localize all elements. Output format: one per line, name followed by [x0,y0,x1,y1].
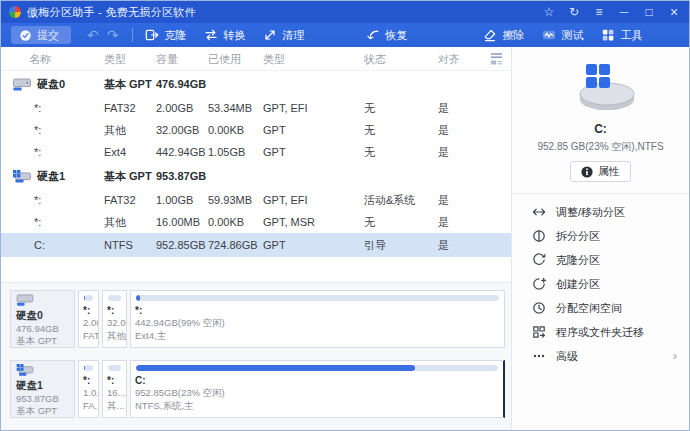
disk-map-capacity: 953.87GB [16,393,69,405]
cell-scheme: GPT, MSR [263,216,364,228]
table-row-partition[interactable]: *: FAT32 2.00GB 53.34MB GPT, EFI 无 是 [1,97,511,119]
disk1-partition-2[interactable]: *: 16... 其... [102,360,127,418]
info-icon [581,166,593,178]
disk0-label[interactable]: 硬盘0 476.94GB 基本 GPT [10,290,75,348]
usage-bar [108,295,121,301]
table-row-c-drive-selected[interactable]: C: NTFS 952.85GB 724.86GB GPT 引导 是 [1,233,511,257]
cell-capacity: 953.87GB [156,170,208,182]
hard-drive-icon [13,78,31,91]
disk0-map-row: 硬盘0 476.94GB 基本 GPT *: 2.00... FAT... *:… [10,290,505,348]
system-drive-icon [16,364,34,376]
table-row-partition[interactable]: *: FAT32 1.00GB 59.93MB GPT, EFI 活动&系统 是 [1,189,511,211]
cell-status: 无 [364,215,438,230]
action-sidebar: C: 952.85 GB(23% 空闲),NTFS 属性 调整/移动分区 拆分分… [512,47,689,430]
header-fs-type[interactable]: 类型 [104,52,156,67]
maximize-button[interactable]: □ [642,6,656,18]
clean-icon [263,28,277,42]
header-status[interactable]: 状态 [364,52,438,67]
usage-bar [84,295,93,301]
menu-item-clone-partition[interactable]: 克隆分区 [532,248,689,272]
erase-button[interactable]: 擦除 [483,28,524,43]
header-used[interactable]: 已使用 [208,52,263,67]
undo-icon[interactable]: ↶ [87,27,99,43]
minimize-button[interactable]: ─ [617,6,631,18]
close-button[interactable]: × [667,5,681,19]
table-row-partition[interactable]: *: Ext4 442.94GB 1.05GB GPT 无 是 [1,141,511,163]
cell-status: 无 [364,123,438,138]
menu-item-split-partition[interactable]: 拆分分区 [532,224,689,248]
disk1-partition-1[interactable]: *: 1.0... FA... [78,360,99,418]
disk-name: 硬盘0 [37,77,65,92]
menu-icon[interactable]: ≡ [592,6,606,18]
cell-used: 724.86GB [208,239,263,251]
disk0-partition-3[interactable]: *: 442.94GB(99% 空闲) Ext4,主 [130,290,505,348]
table-row-partition[interactable]: *: 其他 16.00MB 0.00KB GPT, MSR 无 是 [1,211,511,233]
star-icon[interactable]: ☆ [542,6,556,18]
menu-item-allocate-space[interactable]: 分配空闲空间 [532,296,689,320]
cell-status: 无 [364,101,438,116]
menu-item-create-partition[interactable]: 创建分区 [532,272,689,296]
clean-button[interactable]: 清理 [263,28,304,43]
submit-button[interactable]: 提交 [11,26,71,44]
test-label: 测试 [561,28,583,43]
cell-scheme: GPT [263,239,364,251]
header-scheme[interactable]: 类型 [263,52,364,67]
usage-bar [84,365,93,371]
cell-status: 活动&系统 [364,193,438,208]
cell-fs: NTFS [104,239,156,251]
refresh-icon[interactable]: ↻ [567,6,581,18]
header-aligned[interactable]: 对齐 [438,52,481,67]
cell-used: 0.00KB [208,124,263,136]
disk0-partition-2[interactable]: *: 32.00... 其他,主 [102,290,127,348]
cell-scheme: GPT [263,146,364,158]
test-button[interactable]: 测试 [542,28,583,43]
main-panel: 名称 类型 容量 已使用 类型 状态 对齐 硬盘0 基本 [1,47,512,430]
convert-button[interactable]: 转换 [204,28,245,43]
cell-capacity: 952.85GB [156,239,208,251]
clone-button[interactable]: 克隆 [145,28,186,43]
cell-capacity: 32.00GB [156,124,208,136]
disk-map-capacity: 476.94GB [16,323,69,335]
sidebar-divider [512,193,689,194]
hard-drive-icon [16,294,34,306]
tools-button[interactable]: 工具 [601,28,642,43]
cell-name: *: [1,124,104,136]
disk1-label[interactable]: 硬盘1 953.87GB 基本 GPT [10,360,75,418]
table-row-partition[interactable]: *: 其他 32.00GB 0.00KB GPT 无 是 [1,119,511,141]
selected-partition-name: C: [594,122,607,136]
redo-icon[interactable]: ↷ [107,27,119,43]
menu-item-migrate[interactable]: 程序或文件夹迁移 [532,320,689,344]
allocate-space-icon [532,301,546,315]
properties-label: 属性 [598,164,620,179]
clone-icon [145,28,159,42]
check-circle-icon [19,29,32,42]
disk-map-type: 基本 GPT [16,405,69,417]
cell-status: 无 [364,145,438,160]
cell-fs: 基本 GPT [104,169,156,184]
submit-label: 提交 [37,28,59,43]
table-row-disk1[interactable]: 硬盘1 基本 GPT 953.87GB [1,163,511,189]
recover-button[interactable]: 恢复 [366,28,407,43]
window-title: 傲梅分区助手 - 免费无损分区软件 [27,5,196,20]
header-name[interactable]: 名称 [1,52,104,67]
tools-label: 工具 [620,28,642,43]
undo-redo-group: ↶ ↷ [87,27,118,43]
disk0-partition-1[interactable]: *: 2.00... FAT... [78,290,99,348]
cell-aligned: 是 [438,123,481,138]
cell-aligned: 是 [438,238,481,253]
usage-bar [136,295,499,301]
menu-item-resize-move[interactable]: 调整/移动分区 [532,200,689,224]
toolbar: 提交 ↶ ↷ 克隆 转换 清理 恢复 擦除 测试 [1,23,689,47]
properties-button[interactable]: 属性 [570,161,631,182]
header-capacity[interactable]: 容量 [156,52,208,67]
cell-capacity: 442.94GB [156,146,208,158]
erase-label: 擦除 [502,28,524,43]
table-row-disk0[interactable]: 硬盘0 基本 GPT 476.94GB [1,71,511,97]
convert-label: 转换 [223,28,245,43]
clone-partition-icon [532,253,546,267]
disk1-partition-c-selected[interactable]: C: 952.85GB(23% 空闲) NTFS,系统,主 [130,360,505,418]
disk-cylinder-graphic [562,59,640,117]
cell-aligned: 是 [438,193,481,208]
view-toggle-icon[interactable] [487,52,503,69]
menu-item-advanced[interactable]: 高级 › [532,344,689,368]
